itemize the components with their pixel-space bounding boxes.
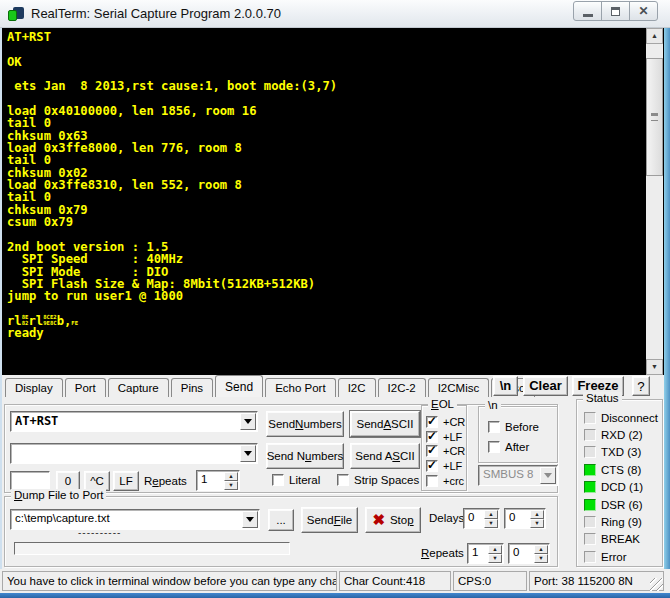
spinner-arrows-icon[interactable]: ▲▼ xyxy=(534,545,548,562)
eol-checkbox-lf-1[interactable]: +LF xyxy=(426,430,465,445)
checkbox-box[interactable] xyxy=(272,474,284,486)
spinner-arrows-icon[interactable]: ▲▼ xyxy=(484,510,498,527)
status-row-dsr-6-: DSR (6) xyxy=(584,496,660,513)
terminal-output[interactable]: AT+RSTOK ets Jan 8 2013,rst cause:1, boo… xyxy=(2,28,664,375)
checkbox-box[interactable] xyxy=(337,474,349,486)
send-file-button[interactable]: Send File xyxy=(301,507,358,533)
before-checkbox[interactable]: Before xyxy=(488,421,539,433)
resize-grip[interactable] xyxy=(650,578,663,591)
delay-value-2: 0 xyxy=(509,511,515,523)
checkbox-box[interactable] xyxy=(426,431,438,443)
tab-send[interactable]: Send xyxy=(215,375,263,397)
tab-bar: DisplayPortCapturePinsSendEcho PortI2CI2… xyxy=(0,375,664,397)
send-string-value-1: AT+RST xyxy=(15,414,237,428)
literal-checkbox[interactable]: Literal xyxy=(272,474,320,486)
scroll-down-arrow-icon[interactable]: ▼ xyxy=(646,359,663,375)
spinner-arrows-icon[interactable]: ▲▼ xyxy=(530,510,544,527)
delay-spinner-1[interactable]: 0 ▲▼ xyxy=(463,508,500,529)
minimize-button[interactable] xyxy=(573,1,602,21)
eol-checkbox-cr-0[interactable]: +CR xyxy=(426,415,465,430)
maximize-button[interactable] xyxy=(601,1,630,21)
eol-checkbox-lf-3[interactable]: +LF xyxy=(426,459,465,474)
strip-spaces-checkbox[interactable]: Strip Spaces xyxy=(337,474,419,486)
close-icon: ✕ xyxy=(638,4,648,18)
tab-capture[interactable]: Capture xyxy=(108,378,169,397)
status-led-label: TXD (3) xyxy=(601,446,641,458)
spinner-arrows-icon[interactable]: ▲▼ xyxy=(224,472,238,489)
send-string-combo-1[interactable]: AT+RST xyxy=(10,411,258,432)
tab-echo-port[interactable]: Echo Port xyxy=(265,378,336,397)
delay-spinner-2[interactable]: 0 ▲▼ xyxy=(504,508,546,529)
terminal-line: OK xyxy=(7,56,337,68)
dump-repeats-spinner-2[interactable]: 0 ▲▼ xyxy=(508,543,550,564)
send-ctrl-c-button[interactable]: ^C xyxy=(84,471,110,491)
combo-dropdown-icon[interactable] xyxy=(242,511,258,528)
newline-button[interactable]: \n xyxy=(493,376,518,396)
send-numbers-button-1[interactable]: Send Numbers xyxy=(266,411,344,437)
eol-option-label: +crc xyxy=(443,475,464,487)
statusbar-cps: CPS:0 xyxy=(453,571,527,591)
send-numbers-button-2[interactable]: Send Numbers xyxy=(266,443,344,469)
tab-port[interactable]: Port xyxy=(65,378,106,397)
send-ascii-button-1[interactable]: Send ASCII xyxy=(350,411,420,437)
minimize-icon xyxy=(583,14,593,17)
checkbox-box[interactable] xyxy=(488,441,500,453)
delays-label: Delays xyxy=(429,512,464,524)
scroll-up-arrow-icon[interactable]: ▲ xyxy=(646,28,663,44)
browse-file-button[interactable]: ... xyxy=(268,509,294,531)
tab-i2cmisc[interactable]: I2CMisc xyxy=(428,378,490,397)
before-label: Before xyxy=(505,421,539,433)
status-led-label: RXD (2) xyxy=(601,429,643,441)
eol-option-label: +LF xyxy=(443,431,462,443)
delay-value-1: 0 xyxy=(468,511,474,523)
help-button[interactable]: ? xyxy=(632,376,650,396)
tab-i2c-2[interactable]: I2C-2 xyxy=(378,378,426,397)
status-led-label: CTS (8) xyxy=(601,464,641,476)
checkbox-box[interactable] xyxy=(426,475,438,487)
checkbox-box[interactable] xyxy=(488,421,500,433)
scrollbar-thumb[interactable] xyxy=(646,58,663,176)
terminal-line: SPI Speed : 40MHz xyxy=(7,253,337,265)
combo-dropdown-icon xyxy=(540,467,556,484)
send-lf-button[interactable]: LF xyxy=(113,471,139,491)
tab-display[interactable]: Display xyxy=(5,378,63,397)
window-title: RealTerm: Serial Capture Program 2.0.0.7… xyxy=(31,6,281,21)
clear-button[interactable]: Clear xyxy=(523,376,568,396)
tab-pins[interactable]: Pins xyxy=(171,378,213,397)
send-string-combo-2[interactable] xyxy=(10,443,258,464)
terminal-line: load 0x3ffe8000, len 776, room 8 xyxy=(7,142,337,154)
terminal-scrollbar[interactable]: ▲ ▼ xyxy=(646,28,663,375)
realterm-app-icon xyxy=(8,6,24,22)
after-checkbox[interactable]: After xyxy=(488,441,529,453)
status-row-error: Error xyxy=(584,548,660,565)
tab-strip: DisplayPortCapturePinsSendEcho PortI2CI2… xyxy=(5,375,537,397)
stop-button[interactable]: ✖ Stop xyxy=(365,507,421,533)
status-led-label: Disconnect xyxy=(601,412,658,424)
tab-i2c[interactable]: I2C xyxy=(338,378,376,397)
terminal-line: rl8E82rl8C9EE28Cb,FE xyxy=(7,315,337,327)
status-led-label: BREAK xyxy=(601,533,640,545)
stop-label: Stop xyxy=(390,514,414,526)
combo-dropdown-icon[interactable] xyxy=(240,445,256,462)
window-frame-left xyxy=(0,28,2,569)
eol-checkbox-crc-4[interactable]: +crc xyxy=(426,473,465,488)
terminal-line: tail 0 xyxy=(7,154,337,166)
checkbox-box[interactable] xyxy=(426,445,438,457)
send-ascii-button-2[interactable]: Send ASCII xyxy=(350,443,420,469)
eol-checkbox-cr-2[interactable]: +CR xyxy=(426,444,465,459)
checkbox-box[interactable] xyxy=(426,460,438,472)
combo-dropdown-icon[interactable] xyxy=(240,413,256,430)
checkbox-box[interactable] xyxy=(426,416,438,428)
spinner-arrows-icon[interactable]: ▲▼ xyxy=(488,545,502,562)
status-led-icon xyxy=(584,551,596,563)
send-zero-button[interactable]: 0 xyxy=(56,471,80,491)
close-button[interactable]: ✕ xyxy=(629,1,658,21)
literal-label: Literal xyxy=(289,474,320,486)
char-field[interactable] xyxy=(10,471,50,490)
dump-file-combo[interactable]: c:\temp\capture.txt xyxy=(10,509,260,530)
dump-repeats-spinner-1[interactable]: 1 ▲▼ xyxy=(467,543,504,564)
eol-option-label: +LF xyxy=(443,460,462,472)
status-led-icon xyxy=(584,481,596,493)
repeats-spinner[interactable]: 1 ▲▼ xyxy=(196,470,240,491)
status-led-icon xyxy=(584,412,596,424)
